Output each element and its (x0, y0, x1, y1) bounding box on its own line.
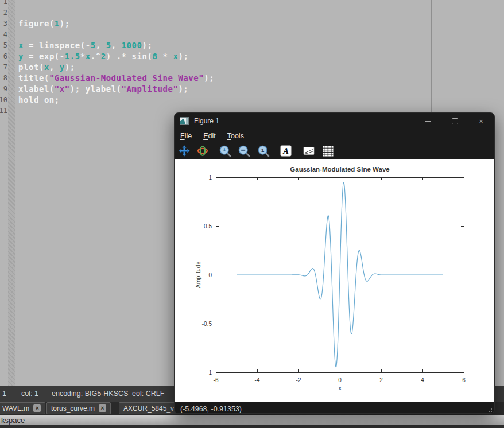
figure-window: Figure 1 × FileEditTools (174, 112, 495, 414)
resize-grip[interactable] (485, 407, 493, 414)
status-item: encoding: BIG5-HKSCS (52, 386, 128, 402)
tab-label: torus_curve.m (51, 404, 95, 413)
menu-file[interactable]: File (180, 132, 192, 140)
figure-window-title: Figure 1 (194, 117, 415, 125)
tab-close-icon[interactable]: × (33, 404, 41, 412)
toggle-grid-button[interactable] (321, 145, 334, 157)
figure-toolbar: + 1 A (175, 143, 494, 159)
line-number: 4 (3, 29, 7, 40)
status-item: 1 (2, 386, 6, 402)
code-line: plot(x, y); (18, 62, 75, 73)
figure-canvas[interactable]: -6-4-2024610.50-0.5-1Gaussian-Modulated … (175, 159, 494, 402)
svg-text:1: 1 (261, 147, 265, 153)
x-tick-label: -2 (296, 377, 301, 383)
line-number: 2 (3, 7, 7, 18)
figure-titlebar[interactable]: Figure 1 × (175, 113, 494, 129)
rotate-3d-button[interactable] (196, 145, 209, 157)
insert-axes-button[interactable] (303, 145, 315, 157)
maximize-button[interactable] (441, 113, 468, 129)
pan-icon (179, 145, 190, 157)
line-number: 9 (3, 84, 7, 95)
zoom-out-icon (238, 145, 250, 157)
line-number: 6 (3, 51, 7, 62)
y-tick-label: -1 (207, 369, 212, 376)
y-tick-label: -0.5 (202, 321, 212, 327)
code-line: y = exp(-1.5*x.^2) .* sin(8 * x); (18, 51, 188, 62)
workspace-panel-header: kspace (0, 415, 504, 425)
bottom-divider-band (0, 425, 504, 428)
insert-text-icon: A (280, 145, 292, 157)
line-number: 1 (3, 0, 7, 7)
screen: 1234567891011 figure(1);x = linspace(-5,… (0, 0, 504, 428)
x-tick-label: 2 (379, 377, 383, 383)
rotate-3d-icon (197, 145, 208, 157)
tab-torus_curve.m[interactable]: torus_curve.m× (46, 402, 111, 414)
x-axis-label: x (338, 384, 342, 391)
zoom-in-icon: + (219, 145, 231, 157)
line-number: 7 (3, 62, 7, 73)
code-line: title("Gaussian-Modulated Sine Wave"); (18, 73, 214, 84)
x-tick-label: 4 (421, 377, 424, 383)
x-tick-label: 6 (462, 377, 466, 383)
insert-text-button[interactable]: A (280, 145, 292, 157)
plot-title: Gaussian-Modulated Sine Wave (290, 166, 389, 173)
code-line: x = linspace(-5, 5, 1000); (18, 40, 153, 51)
status-item: eol: CRLF (132, 386, 164, 402)
code-line: figure(1); (18, 18, 70, 29)
line-number: 5 (3, 40, 7, 51)
cursor-coordinates: (-5.4968, -0.91353) (180, 405, 242, 413)
line-number: 3 (3, 18, 7, 29)
workspace-panel-label: kspace (1, 416, 25, 425)
pan-button[interactable] (178, 145, 191, 157)
y-tick-label: 0.5 (204, 223, 212, 229)
zoom-in-button[interactable]: + (219, 145, 231, 157)
plot[interactable]: -6-4-2024610.50-0.5-1Gaussian-Modulated … (175, 159, 495, 399)
zoom-original-icon: 1 (258, 145, 270, 157)
figure-statusbar: (-5.4968, -0.91353) (175, 402, 494, 414)
tab-label: WAVE.m (2, 404, 29, 413)
line-number-gutter: 1234567891011 (0, 0, 8, 386)
code-line: hold on; (18, 95, 60, 106)
close-button[interactable]: × (468, 113, 494, 129)
line-number: 11 (0, 106, 7, 116)
fold-indicator-strip (8, 0, 15, 386)
code-line: xlabel("x"); ylabel("Amplitude"); (18, 84, 188, 95)
close-icon: × (479, 118, 483, 125)
figure-app-icon (180, 117, 189, 125)
y-axis-label: Amplitude (195, 262, 201, 289)
menu-edit[interactable]: Edit (203, 132, 216, 140)
menu-tools[interactable]: Tools (227, 132, 244, 140)
line-number: 8 (3, 73, 7, 84)
zoom-out-button[interactable] (238, 145, 250, 157)
tab-label: AXCUR_5845_v0 (123, 404, 178, 413)
x-tick-label: 0 (338, 377, 342, 383)
minimize-icon (425, 121, 431, 122)
minimize-button[interactable] (415, 113, 441, 129)
insert-axes-icon (303, 145, 315, 157)
status-item: col: 1 (21, 386, 38, 402)
tab-close-icon[interactable]: × (99, 404, 106, 412)
svg-text:+: + (222, 146, 226, 153)
maximize-icon (452, 118, 458, 124)
x-tick-label: -4 (255, 377, 260, 383)
tab-WAVE.m[interactable]: WAVE.m× (0, 402, 45, 414)
zoom-original-button[interactable]: 1 (257, 145, 270, 157)
line-number: 10 (0, 95, 7, 106)
toggle-grid-icon (323, 146, 334, 157)
x-tick-label: -6 (214, 377, 219, 383)
figure-menubar: FileEditTools (175, 129, 494, 143)
y-tick-label: 0 (208, 272, 212, 278)
y-tick-label: 1 (208, 174, 212, 181)
svg-text:A: A (282, 146, 289, 155)
